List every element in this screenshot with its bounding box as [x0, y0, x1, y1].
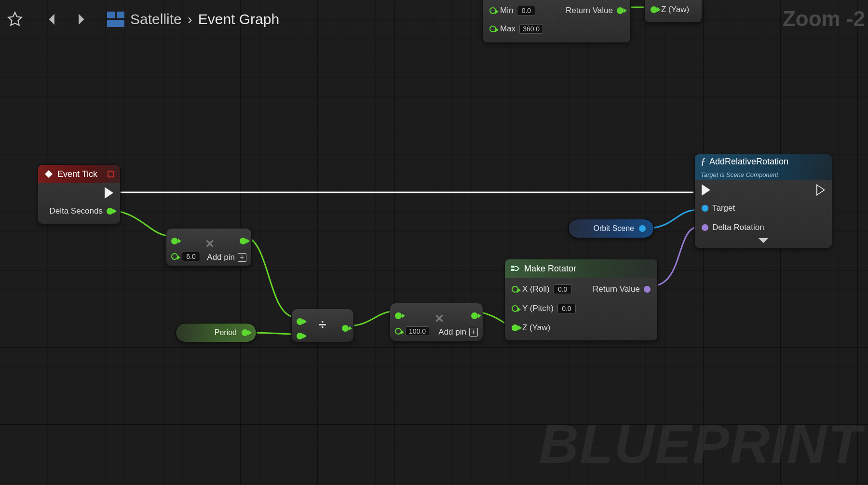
separator — [99, 9, 99, 30]
return-value-label: Return Value — [593, 284, 640, 294]
target-pin-icon[interactable] — [702, 205, 708, 212]
star-icon — [7, 11, 23, 27]
chevron-right-icon: › — [188, 11, 192, 27]
delta-rotation-pin-icon[interactable] — [702, 224, 708, 231]
event-tick-title: Event Tick — [57, 169, 97, 179]
make-rotator-node[interactable]: Make Rotator X (Roll)0.0 Return Value Y … — [504, 259, 658, 341]
divide-node[interactable]: ÷ — [291, 309, 354, 342]
function-icon: ƒ — [701, 156, 705, 167]
delta-seconds-pin-icon[interactable] — [107, 208, 113, 215]
make-icon — [511, 264, 520, 273]
breadcrumb-current[interactable]: Event Graph — [198, 11, 279, 27]
multiply-node[interactable]: ✕ 6.0 Add pin+ — [166, 228, 252, 267]
y-pitch-pin-icon[interactable] — [512, 305, 518, 312]
add-rel-title: AddRelativeRotation — [709, 157, 788, 167]
divide-symbol-icon: ÷ — [319, 317, 326, 332]
event-badge-icon — [108, 171, 114, 177]
x-roll-pin-icon[interactable] — [512, 286, 518, 293]
mult2-value[interactable]: 100.0 — [406, 326, 429, 336]
delta-seconds-label: Delta Seconds — [49, 206, 103, 216]
add-rel-subtitle: Target is Scene Component — [701, 171, 778, 178]
period-variable[interactable]: Period — [176, 323, 257, 342]
exec-out-pin[interactable] — [816, 184, 825, 196]
event-icon — [44, 169, 54, 179]
z-yaw-label: Z (Yaw) — [522, 323, 550, 333]
forward-button[interactable] — [69, 8, 91, 30]
arrow-right-icon — [72, 11, 88, 27]
multiply2-node[interactable]: ✕ 100.0 Add pin+ — [390, 303, 483, 341]
multiply2-symbol-icon: ✕ — [434, 312, 444, 325]
svg-rect-1 — [511, 266, 515, 268]
z-yaw-pin-icon[interactable] — [512, 324, 518, 331]
favorite-button[interactable] — [4, 8, 26, 30]
breadcrumb: Satellite › Event Graph — [107, 11, 279, 27]
mult-out-icon[interactable] — [240, 238, 246, 244]
multiply-symbol-icon: ✕ — [205, 237, 215, 251]
mult2-out-icon[interactable] — [471, 312, 478, 319]
mult-in-a-icon[interactable] — [171, 238, 178, 244]
target-label: Target — [712, 203, 735, 213]
svg-rect-2 — [511, 269, 515, 271]
exec-in-pin[interactable] — [702, 184, 710, 196]
return-value-pin-icon[interactable] — [644, 286, 651, 293]
breadcrumb-parent[interactable]: Satellite — [130, 11, 182, 27]
plus-icon: + — [469, 328, 478, 337]
expand-icon[interactable] — [759, 238, 768, 243]
orbit-scene-label: Orbit Scene — [594, 224, 634, 233]
mult2-in-b-icon[interactable] — [395, 328, 402, 335]
x-roll-label: X (Roll) — [522, 284, 550, 294]
svg-marker-0 — [45, 170, 53, 178]
event-tick-node[interactable]: Event Tick Delta Seconds — [38, 164, 121, 224]
blueprint-icon — [107, 12, 124, 27]
mult2-add-pin[interactable]: Add pin+ — [438, 327, 478, 337]
make-rotator-title: Make Rotator — [524, 264, 576, 274]
div-out-icon[interactable] — [342, 325, 349, 332]
toolbar: Satellite › Event Graph — [0, 0, 868, 39]
mult-add-pin[interactable]: Add pin+ — [207, 253, 246, 262]
period-pin-icon[interactable] — [242, 329, 248, 336]
orbit-scene-pin-icon[interactable] — [639, 225, 646, 232]
blueprint-watermark: BLUEPRINT — [539, 412, 862, 475]
arrow-left-icon — [45, 11, 61, 27]
exec-out-pin[interactable] — [105, 187, 113, 199]
div-in-a-icon[interactable] — [297, 318, 303, 325]
mult-in-b-icon[interactable] — [171, 253, 178, 260]
x-roll-value[interactable]: 0.0 — [554, 284, 572, 294]
add-relative-rotation-node[interactable]: ƒ AddRelativeRotation Target is Scene Co… — [694, 154, 832, 248]
back-button[interactable] — [42, 8, 64, 30]
orbit-scene-variable[interactable]: Orbit Scene — [568, 219, 654, 238]
mult2-in-a-icon[interactable] — [395, 312, 402, 319]
period-label: Period — [215, 328, 237, 337]
separator — [34, 9, 34, 30]
delta-rotation-label: Delta Rotation — [712, 223, 764, 232]
div-in-b-icon[interactable] — [297, 333, 303, 339]
y-pitch-label: Y (Pitch) — [522, 304, 554, 313]
plus-icon: + — [238, 253, 246, 262]
y-pitch-value[interactable]: 0.0 — [557, 304, 576, 313]
zoom-indicator: Zoom -2 — [783, 7, 865, 31]
mult-value[interactable]: 6.0 — [182, 252, 200, 261]
